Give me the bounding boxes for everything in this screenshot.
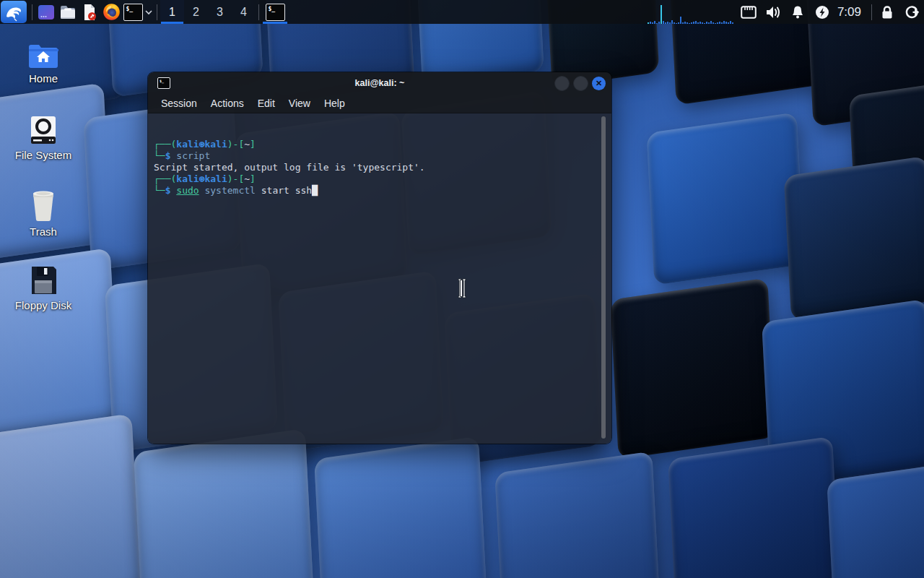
workspace-3[interactable]: 3 bbox=[208, 0, 232, 24]
cpu-bar bbox=[706, 22, 707, 24]
terminal-scrollbar[interactable] bbox=[601, 116, 606, 439]
cpu-bar bbox=[658, 22, 660, 24]
desktop-icon-trash[interactable]: Trash bbox=[6, 189, 81, 238]
cpu-bar bbox=[671, 20, 673, 24]
cpu-bar bbox=[732, 22, 733, 24]
notifications-bell-icon bbox=[790, 5, 805, 20]
clock[interactable]: 7:09 bbox=[834, 5, 868, 20]
menu-view[interactable]: View bbox=[283, 96, 316, 111]
system-tray: 7:09 bbox=[736, 0, 924, 24]
cpu-bar bbox=[661, 5, 662, 24]
wallpaper-cube bbox=[762, 299, 924, 489]
cpu-bar bbox=[702, 22, 703, 24]
cpu-bar bbox=[699, 22, 701, 24]
power-manager-tray-button[interactable] bbox=[810, 0, 834, 24]
cpu-bar bbox=[665, 22, 666, 24]
window-titlebar[interactable]: $_ kali@kali: ~ ✕ bbox=[148, 72, 611, 94]
cpu-bar bbox=[650, 22, 651, 24]
wallpaper-cube bbox=[827, 458, 924, 578]
trash-icon bbox=[30, 189, 57, 221]
cpu-bar bbox=[697, 22, 699, 24]
panel-separator bbox=[32, 4, 32, 20]
menu-edit[interactable]: Edit bbox=[252, 96, 281, 111]
launcher-text-editor[interactable] bbox=[79, 0, 100, 24]
cpu-bar bbox=[656, 23, 658, 24]
close-button[interactable]: ✕ bbox=[592, 77, 606, 90]
cpu-bar bbox=[728, 22, 729, 24]
cpu-bar bbox=[710, 21, 712, 24]
file-manager-icon bbox=[59, 4, 77, 21]
logout-button[interactable] bbox=[899, 0, 924, 24]
terminal-menubar: Session Actions Edit View Help bbox=[148, 94, 611, 113]
minimize-button[interactable] bbox=[554, 76, 570, 91]
cpu-bar bbox=[676, 23, 677, 24]
cpu-bar bbox=[674, 22, 675, 24]
desktop-icon-label: Home bbox=[29, 72, 58, 85]
logout-icon bbox=[905, 5, 919, 20]
launcher-web-browser[interactable] bbox=[100, 0, 122, 24]
home-folder-icon bbox=[28, 43, 58, 68]
cpu-bar bbox=[721, 22, 723, 24]
terminal-line: └─$ script bbox=[154, 150, 606, 162]
cpu-bar bbox=[648, 22, 649, 24]
launcher-app-finder[interactable] bbox=[35, 0, 57, 24]
desktop-icon-filesystem[interactable]: File System bbox=[6, 116, 81, 161]
floppy-disk-icon bbox=[30, 266, 57, 295]
panel-separator bbox=[157, 4, 157, 20]
appfinder-icon bbox=[38, 4, 55, 21]
network-tray-button[interactable] bbox=[736, 0, 761, 24]
wallpaper-cube bbox=[610, 277, 775, 459]
workspace-4[interactable]: 4 bbox=[232, 0, 256, 24]
maximize-button[interactable] bbox=[573, 76, 588, 91]
terminal-line: └─$ sudo systemctl start ssh█ bbox=[154, 185, 606, 197]
lock-screen-button[interactable] bbox=[875, 0, 899, 24]
menu-help[interactable]: Help bbox=[318, 96, 351, 111]
terminal-icon: $_ bbox=[157, 77, 170, 89]
notifications-tray-button[interactable] bbox=[785, 0, 810, 24]
wallpaper-cube bbox=[314, 436, 487, 578]
cpu-graph-widget[interactable] bbox=[648, 0, 738, 24]
cpu-bar bbox=[691, 22, 692, 24]
cpu-bar bbox=[654, 21, 655, 24]
cpu-bar bbox=[652, 22, 653, 24]
terminal-icon: $_ bbox=[123, 4, 143, 21]
menu-session[interactable]: Session bbox=[155, 96, 203, 111]
terminal-dropdown-button[interactable] bbox=[144, 0, 154, 24]
window-title: kali@kali: ~ bbox=[148, 78, 611, 88]
workspace-1[interactable]: 1 bbox=[160, 0, 184, 24]
desktop-icon-floppy[interactable]: Floppy Disk bbox=[6, 266, 81, 311]
cpu-bar bbox=[667, 22, 668, 24]
terminal-content[interactable]: ┌──(kali⊛kali)-[~]└─$ scriptScript start… bbox=[148, 113, 611, 444]
volume-tray-button[interactable] bbox=[761, 0, 785, 24]
wallpaper-cube bbox=[494, 451, 660, 578]
cpu-bar bbox=[717, 22, 718, 24]
applications-menu-button[interactable] bbox=[1, 1, 27, 23]
cpu-bar bbox=[682, 22, 684, 24]
cpu-bar bbox=[680, 17, 681, 24]
text-editor-icon bbox=[81, 4, 98, 21]
cpu-bar bbox=[730, 21, 731, 24]
chevron-down-icon bbox=[144, 9, 153, 15]
cpu-bar bbox=[693, 22, 694, 24]
terminal-lines: ┌──(kali⊛kali)-[~]└─$ scriptScript start… bbox=[154, 139, 606, 197]
terminal-window: $_ kali@kali: ~ ✕ Session Actions Edit V… bbox=[148, 72, 611, 444]
wallpaper-cube bbox=[668, 436, 841, 578]
launcher-file-manager[interactable] bbox=[57, 0, 79, 24]
wallpaper-cube bbox=[784, 156, 924, 321]
desktop-icon-label: Trash bbox=[30, 225, 57, 238]
desktop-icon-home[interactable]: Home bbox=[6, 43, 81, 85]
workspace-2[interactable]: 2 bbox=[184, 0, 208, 24]
wallpaper-cube bbox=[647, 112, 805, 285]
desktop-icon-label: File System bbox=[15, 149, 71, 161]
cpu-bar bbox=[684, 22, 686, 24]
wallpaper-cube bbox=[134, 428, 314, 578]
task-button-terminal[interactable]: $_ bbox=[262, 0, 288, 24]
launcher-terminal-emulator[interactable]: $_ bbox=[122, 0, 144, 24]
power-manager-icon bbox=[815, 5, 829, 20]
cpu-bar bbox=[687, 22, 688, 24]
cpu-bar bbox=[723, 21, 725, 24]
cpu-bar bbox=[715, 23, 716, 24]
menu-actions[interactable]: Actions bbox=[205, 96, 250, 111]
lock-icon bbox=[881, 5, 894, 20]
panel-separator bbox=[258, 4, 259, 20]
